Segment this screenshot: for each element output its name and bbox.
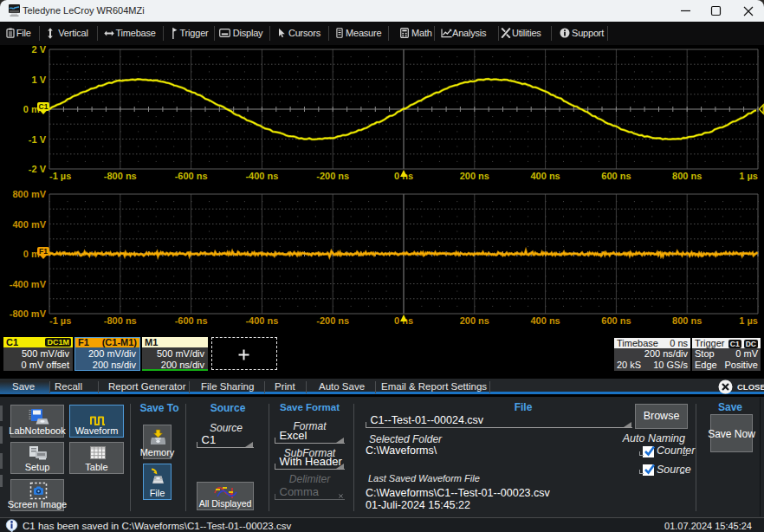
svg-text:800 ns: 800 ns bbox=[672, 315, 702, 326]
svg-text:F1: F1 bbox=[39, 247, 48, 256]
svg-text:1 µs: 1 µs bbox=[739, 171, 758, 181]
svg-text:800 ns: 800 ns bbox=[672, 171, 702, 181]
svg-text:400 ns: 400 ns bbox=[530, 171, 560, 181]
svg-text:-800 mV: -800 mV bbox=[10, 308, 47, 319]
svg-text:400 mV: 400 mV bbox=[12, 219, 46, 230]
svg-text:-1 V: -1 V bbox=[29, 134, 47, 145]
svg-text:-400 ns: -400 ns bbox=[245, 315, 278, 326]
svg-text:-2 V: -2 V bbox=[29, 164, 47, 174]
svg-text:800 mV: 800 mV bbox=[12, 189, 46, 199]
svg-text:-1 µs: -1 µs bbox=[49, 315, 71, 326]
svg-text:1 V: 1 V bbox=[31, 75, 46, 85]
svg-text:400 ns: 400 ns bbox=[530, 315, 560, 326]
svg-text:-800 ns: -800 ns bbox=[104, 315, 137, 326]
svg-text:-1 µs: -1 µs bbox=[49, 171, 71, 181]
svg-text:600 ns: 600 ns bbox=[601, 315, 631, 326]
svg-text:200 ns: 200 ns bbox=[460, 171, 489, 181]
svg-text:-600 ns: -600 ns bbox=[175, 315, 208, 326]
svg-text:C1: C1 bbox=[39, 102, 49, 111]
svg-text:-200 ns: -200 ns bbox=[316, 171, 349, 181]
svg-text:600 ns: 600 ns bbox=[601, 171, 631, 181]
svg-text:-600 ns: -600 ns bbox=[175, 171, 208, 181]
svg-text:2 V: 2 V bbox=[31, 45, 46, 55]
svg-text:-400 mV: -400 mV bbox=[10, 279, 47, 289]
svg-text:200 ns: 200 ns bbox=[460, 315, 489, 326]
svg-text:-800 ns: -800 ns bbox=[104, 171, 137, 181]
svg-text:1 µs: 1 µs bbox=[739, 315, 758, 326]
svg-text:-200 ns: -200 ns bbox=[316, 315, 349, 326]
svg-text:-400 ns: -400 ns bbox=[245, 171, 278, 181]
